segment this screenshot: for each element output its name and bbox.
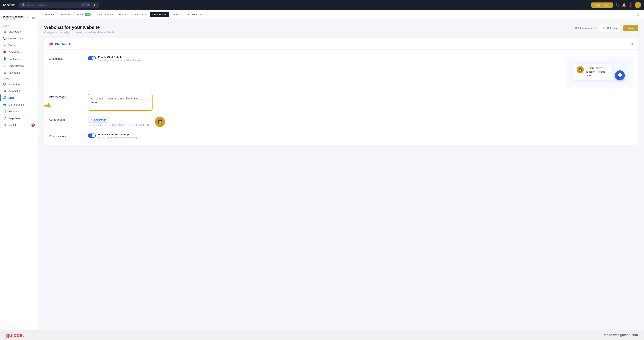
avatar-image-area: ✏ Edit Image Recommended size is 300px *…: [88, 117, 633, 127]
edit-image-button[interactable]: ✏ Edit Image: [88, 117, 109, 123]
marketing-icon: 📢: [3, 82, 6, 86]
help-icon[interactable]: ❓: [628, 3, 632, 7]
workspace-chevron-icon: ▾: [27, 16, 28, 19]
sidebar-item-sites[interactable]: 🌐 Sites: [0, 94, 38, 101]
subnav-blogs[interactable]: Blogs New: [74, 12, 93, 17]
sidebar-item-mailfold[interactable]: ✉ Mailfold 7: [0, 122, 38, 129]
sidebar-item-automation[interactable]: ⚙ Automation: [0, 87, 38, 94]
subnav-media[interactable]: Media: [170, 12, 182, 17]
phone-icon[interactable]: 📞: [616, 3, 620, 7]
chat-bubble-label: Chat bubble: [49, 56, 83, 60]
enable-custom-greetings-toggle[interactable]: [88, 134, 96, 138]
card-collapse-icon[interactable]: ▾: [632, 42, 633, 46]
custom-greetings-label: Enable Custom Greetings: [98, 133, 137, 136]
return-visitors-control: Enable Custom Greetings Enable Custom gr…: [88, 133, 633, 139]
subnav-funnels[interactable]: Funnels: [43, 12, 57, 17]
sidebar-item-conversations[interactable]: 💬 Conversations: [0, 35, 38, 42]
get-code-button[interactable]: </> Get Code: [599, 25, 621, 31]
subnav-chat-widget[interactable]: Chat Widget: [150, 12, 169, 17]
chat-bubble-preview: 👩 Hi there, have a question? Text us her…: [573, 63, 612, 80]
sidebar-item-opportunities[interactable]: ◈ Opportunities: [0, 62, 38, 69]
made-with-text: Made with guidde.com: [604, 333, 638, 337]
chat-avatar-preview: 👩: [576, 66, 584, 73]
workspace-selector[interactable]: Dunder Mifflin [D... Scranton, PA ▾ ⊞: [0, 13, 38, 23]
subnav-funnels-label: Funnels: [45, 13, 54, 16]
sidebar-item-label: Marketing: [8, 83, 20, 86]
card-header: 📣 Chat bubble ▾: [44, 38, 638, 50]
toggle-label: Enable Chat Bubble: [98, 56, 144, 59]
subnav-url-redirects-label: URL Redirects: [186, 13, 202, 16]
sidebar-item-payments[interactable]: ▤ Payments: [0, 69, 38, 76]
mailfold-icon: ✉: [3, 123, 6, 127]
avatar-image-control: ✏ Edit Image Recommended size is 300px *…: [88, 117, 633, 127]
sidebar-item-label: Automation: [8, 90, 21, 92]
memberships-icon: 👥: [3, 103, 6, 106]
card-title-label: Chat bubble: [55, 42, 72, 46]
page-title: Webchat for your website: [44, 25, 114, 30]
subnav-websites[interactable]: Websites: [58, 12, 74, 17]
search-shortcut: Ctrl + K: [81, 3, 90, 6]
subnav-surveys[interactable]: Surveys ▾: [132, 12, 149, 17]
toggle-sublabel: This will greet your visitors with a cha…: [98, 59, 144, 62]
workspace-name: Dunder Mifflin [D...: [3, 15, 25, 18]
sidebar-item-memberships[interactable]: 👥 Memberships: [0, 101, 38, 108]
bell-icon[interactable]: 🔔: [622, 3, 626, 7]
search-input[interactable]: [27, 3, 79, 6]
sidebar-item-label: Scheduler: [8, 51, 20, 54]
sidebar-item-scheduler[interactable]: 📅 Scheduler: [0, 49, 38, 55]
return-visitors-toggle-row: Enable Custom Greetings Enable Custom gr…: [88, 133, 633, 139]
sidebar-section-apps: Apps: [0, 25, 38, 27]
sidebar-item-helpdesk[interactable]: ❓ Help Desk: [0, 115, 38, 122]
sub-navigation: Funnels Websites Blogs New Client Portal…: [38, 10, 644, 19]
automation-icon: ⚙: [3, 89, 6, 93]
page-actions: Get it for wordpress </> Get Code Save: [575, 25, 638, 31]
page-title-area: Webchat for your website Configure a cha…: [44, 25, 114, 34]
wordpress-link[interactable]: Get it for wordpress: [575, 27, 596, 29]
sidebar-item-tasks[interactable]: ☑ Tasks: [0, 42, 38, 49]
subnav-forms-label: Forms: [119, 13, 126, 16]
sidebar-item-label: Contacts: [8, 58, 18, 60]
sidebar-item-label: Opportunities: [8, 64, 24, 67]
enable-chat-bubble-toggle[interactable]: [88, 56, 96, 60]
search-bar[interactable]: 🔍 Ctrl + K ⚡: [20, 2, 100, 8]
surveys-chevron-icon: ▾: [145, 13, 146, 16]
return-visitors-label: Return visitors: [49, 133, 83, 138]
page-content: Webchat for your website Configure a cha…: [38, 19, 644, 330]
subnav-settings[interactable]: ⚙: [636, 12, 640, 17]
chat-bubble-card: 📣 Chat bubble ▾ Chat bubble Enab: [44, 38, 638, 145]
subnav-client-portal[interactable]: Client Portal ▾: [94, 12, 116, 17]
intro-textarea-wrapper: Hi there, have a question? Text us here.: [88, 94, 152, 111]
subnav-url-redirects[interactable]: URL Redirects: [183, 12, 205, 17]
settings-gear-icon[interactable]: ⚙: [636, 13, 640, 16]
return-visitors-row: Return visitors Enable Custom Greetings …: [49, 133, 633, 139]
sidebar-item-reporting[interactable]: 📊 Reporting: [0, 108, 38, 115]
layout-toggle-icon[interactable]: ⊞: [32, 16, 35, 20]
chat-bubble-row: Chat bubble Enable Chat Bubble This will…: [49, 56, 633, 88]
forms-chevron-icon: ▾: [128, 13, 128, 16]
client-portal-chevron-icon: ▾: [112, 13, 113, 16]
sidebar-item-marketing[interactable]: 📢 Marketing: [0, 81, 38, 87]
dashboard-icon: ⊞: [3, 30, 6, 33]
intro-message-input[interactable]: Hi there, have a question? Text us here.: [89, 95, 152, 109]
subnav-chat-widget-label: Chat Widget: [152, 13, 166, 16]
tasks-icon: ☑: [3, 43, 6, 47]
support-button[interactable]: topline Support: [591, 2, 613, 7]
sidebar-item-dashboard[interactable]: ⊞ Dashboard: [0, 28, 38, 35]
user-avatar[interactable]: T: [635, 2, 641, 8]
subnav-media-label: Media: [173, 13, 180, 16]
sidebar-item-contacts[interactable]: 👤 Contacts: [0, 55, 38, 62]
reporting-icon: 📊: [3, 110, 6, 113]
guidde-logo: guidde.: [6, 332, 24, 338]
sidebar-item-label: Mailfold: [8, 124, 17, 127]
intro-message-row: Intro message Hi there, have a question?…: [49, 94, 633, 111]
page-header: Webchat for your website Configure a cha…: [44, 25, 638, 34]
card-body: Chat bubble Enable Chat Bubble This will…: [44, 50, 638, 145]
chat-preview-container: 👩 Hi there, have a question? Text us her…: [568, 60, 629, 84]
lightning-icon[interactable]: ⚡: [92, 2, 97, 7]
save-button[interactable]: Save: [623, 25, 638, 31]
sidebar-section-tools: Tools: [0, 78, 38, 80]
toggle-row: Enable Chat Bubble This will greet your …: [88, 56, 552, 62]
subnav-forms[interactable]: Forms ▾: [116, 12, 131, 17]
scheduler-icon: 📅: [3, 50, 6, 54]
chat-message-preview: Hi there, have a question? Text us here.: [586, 66, 608, 77]
